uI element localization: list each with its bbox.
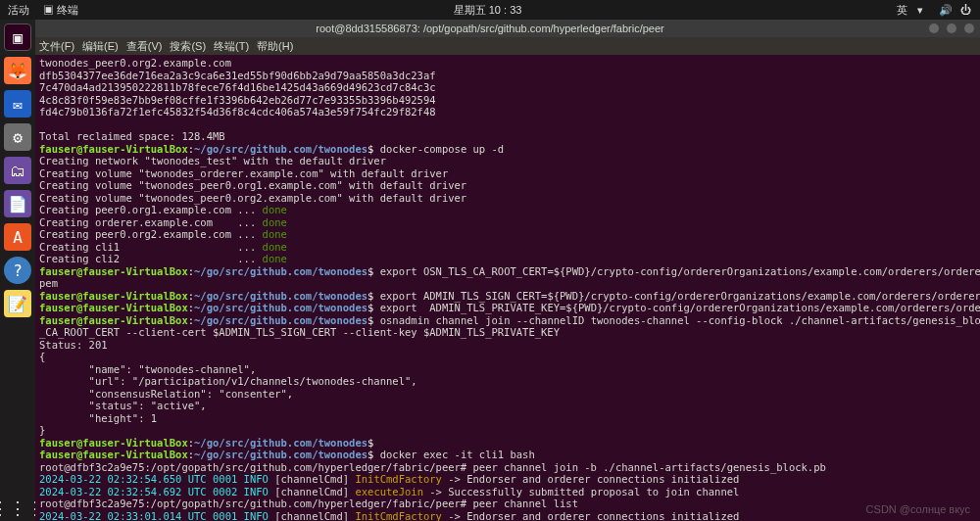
terminal-line: 7c470da4ad213950222811b78fece76f4d16be14…: [39, 81, 436, 93]
prompt-userhost: fauser@fauser-VirtualBox: [39, 449, 188, 460]
network-icon[interactable]: ▾: [917, 4, 929, 16]
done-label: done: [263, 216, 287, 228]
terminal-line: Creating volume "twonodes_peer0.org1.exa…: [39, 179, 466, 191]
log-component: [channelCmd]: [269, 473, 356, 485]
dock-thunderbird-icon[interactable]: ✉: [4, 90, 31, 118]
menu-edit[interactable]: 编辑(E): [82, 39, 119, 54]
menu-search[interactable]: 搜索(S): [170, 39, 206, 54]
log-fn: InitCmdFactory: [355, 473, 442, 485]
prompt-cwd: ~/go/src/github.com/twonodes: [194, 290, 368, 302]
dock-notes-icon[interactable]: 📝: [4, 290, 31, 317]
prompt-userhost: fauser@fauser-VirtualBox: [39, 265, 188, 277]
terminal-line: Creating cli2 ...: [39, 253, 263, 264]
dock-apps-grid-icon[interactable]: ⋮⋮⋮: [4, 494, 31, 521]
terminal-line: 4c8c83f0f59e83e7bb9ef08cffe1f3396b642eb2…: [39, 94, 436, 106]
terminal-line: "height": 1: [39, 412, 157, 424]
prompt-cwd: ~/go/src/github.com/twonodes: [194, 314, 368, 326]
cmd: peer channel list: [466, 497, 578, 509]
gnome-topbar: 活动 ▣ 终端 星期五 10 : 33 英 ▾ 🔊 ⏻: [0, 0, 980, 20]
terminal-line: {: [39, 351, 45, 362]
log-msg: -> Endorser and orderer connections init…: [442, 473, 739, 485]
cmd: export ADMIN_TLS_SIGN_CERT=${PWD}/crypto…: [373, 290, 980, 302]
terminal-line: Creating orderer.example.com ...: [39, 216, 263, 228]
terminal-line: Creating network "twonodes_test" with th…: [39, 155, 386, 166]
cmd: osnadmin channel join --channelID twonod…: [373, 314, 980, 326]
prompt-userhost: fauser@fauser-VirtualBox: [39, 302, 188, 313]
dock-files-icon[interactable]: 🗂: [4, 157, 31, 184]
cmd: docker exec -it cli1 bash: [373, 449, 534, 460]
cmd: docker-compose up -d: [373, 143, 504, 155]
window-title: root@8dd315586873: /opt/gopath/src/githu…: [316, 23, 663, 34]
terminal-line: _CA_ROOT_CERT --client-cert $ADMIN_TLS_S…: [39, 326, 560, 338]
terminal-line: Total reclaimed space: 128.4MB: [39, 130, 225, 142]
terminal-viewport[interactable]: twonodes_peer0.org2.example.com dfb53043…: [35, 55, 980, 521]
terminal-line: Creating peer0.org2.example.com ...: [39, 228, 263, 240]
dock-settings-icon[interactable]: ⚙: [4, 123, 31, 151]
cmd: export OSN_TLS_CA_ROOT_CERT=${PWD}/crypt…: [373, 265, 980, 277]
prompt-userhost: fauser@fauser-VirtualBox: [39, 314, 188, 326]
dock-help-icon[interactable]: ?: [4, 257, 31, 284]
terminal-line: Creating cli1 ...: [39, 241, 263, 253]
log-component: [channelCmd]: [269, 510, 356, 522]
dock-firefox-icon[interactable]: 🦊: [4, 57, 31, 84]
prompt-cwd: ~/go/src/github.com/twonodes: [194, 437, 368, 449]
dock-terminal-icon[interactable]: ▣: [4, 24, 31, 51]
root-prompt: root@dfbf3c2a9e75:/opt/gopath/src/github…: [39, 461, 466, 473]
volume-icon[interactable]: 🔊: [939, 4, 951, 16]
terminal-line: twonodes_peer0.org2.example.com: [39, 57, 231, 69]
dock-software-icon[interactable]: A: [4, 223, 31, 251]
terminal-line: Creating volume "twonodes_orderer.exampl…: [39, 167, 448, 179]
terminal-line: fd4c79b0136fa72f1efc45832f54d36f8c4cdc40…: [39, 106, 436, 118]
prompt-userhost: fauser@fauser-VirtualBox: [39, 437, 188, 449]
menu-file[interactable]: 文件(F): [39, 39, 74, 54]
input-method-indicator[interactable]: 英: [897, 3, 907, 18]
prompt-cwd: ~/go/src/github.com/twonodes: [194, 302, 368, 313]
prompt-userhost: fauser@fauser-VirtualBox: [39, 290, 188, 302]
cmd: peer channel join -b ./channel-artifacts…: [466, 461, 826, 473]
activities-button[interactable]: 活动: [8, 3, 29, 18]
timestamp: 2024-03-22 02:32:54.650 UTC 0001 INFO: [39, 473, 269, 485]
prompt-sigil: $: [368, 437, 373, 449]
log-msg: -> Successfully submitted proposal to jo…: [423, 486, 739, 497]
log-fn: executeJoin: [355, 486, 423, 497]
dock: ▣ 🦊 ✉ ⚙ 🗂 📄 A ? 📝 ⋮⋮⋮: [0, 20, 35, 521]
done-label: done: [263, 253, 287, 264]
terminal-line: Creating peer0.org1.example.com ...: [39, 204, 263, 215]
menu-help[interactable]: 帮助(H): [257, 39, 293, 54]
terminal-line: "status": "active",: [39, 400, 207, 411]
prompt-cwd: ~/go/src/github.com/twonodes: [194, 143, 368, 155]
terminal-line: dfb5304377ee36de716ea2a3c9ca6e31ed55bf90…: [39, 70, 436, 81]
watermark: CSDN @солнце вкус: [866, 503, 970, 515]
terminal-line: "name": "twonodes-channel",: [39, 363, 256, 375]
done-label: done: [263, 241, 287, 253]
log-msg: -> Endorser and orderer connections init…: [442, 510, 739, 522]
terminal-line: pem: [39, 277, 58, 289]
power-icon[interactable]: ⏻: [960, 4, 972, 16]
terminal-menubar: 文件(F) 编辑(E) 查看(V) 搜索(S) 终端(T) 帮助(H): [0, 37, 980, 55]
window-titlebar: root@8dd315586873: /opt/gopath/src/githu…: [0, 20, 980, 37]
close-button[interactable]: [964, 24, 974, 33]
app-menu[interactable]: ▣ 终端: [43, 3, 78, 18]
done-label: done: [263, 228, 287, 240]
cmd: export ADMIN_TLS_PRIVATE_KEY=${PWD}/cryp…: [373, 302, 980, 313]
prompt-cwd: ~/go/src/github.com/twonodes: [194, 449, 368, 460]
terminal-line: }: [39, 424, 45, 436]
prompt-userhost: fauser@fauser-VirtualBox: [39, 143, 188, 155]
maximize-button[interactable]: [947, 24, 956, 33]
terminal-line: Status: 201: [39, 339, 108, 351]
terminal-line: Creating volume "twonodes_peer0.org2.exa…: [39, 192, 466, 204]
timestamp: 2024-03-22 02:33:01.014 UTC 0001 INFO: [39, 510, 269, 522]
done-label: done: [263, 204, 287, 215]
prompt-cwd: ~/go/src/github.com/twonodes: [194, 265, 368, 277]
root-prompt: root@dfbf3c2a9e75:/opt/gopath/src/github…: [39, 497, 466, 509]
clock[interactable]: 星期五 10 : 33: [78, 3, 897, 18]
log-fn: InitCmdFactory: [355, 510, 442, 522]
terminal-line: "url": "/participation/v1/channels/twono…: [39, 375, 417, 387]
menu-view[interactable]: 查看(V): [126, 39, 163, 54]
dock-texteditor-icon[interactable]: 📄: [4, 190, 31, 217]
terminal-line: "consensusRelation": "consenter",: [39, 388, 293, 400]
menu-terminal[interactable]: 终端(T): [214, 39, 249, 54]
log-component: [channelCmd]: [269, 486, 356, 497]
minimize-button[interactable]: [929, 24, 939, 33]
timestamp: 2024-03-22 02:32:54.692 UTC 0002 INFO: [39, 486, 269, 497]
